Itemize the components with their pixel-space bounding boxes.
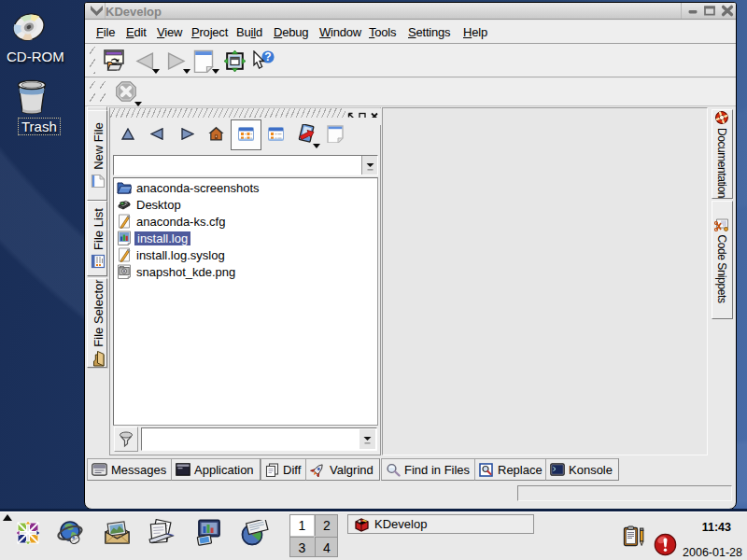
svg-text:?: ?	[264, 50, 271, 63]
